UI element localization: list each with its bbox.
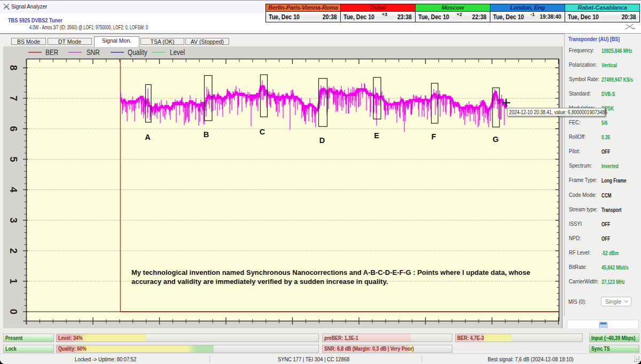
svg-text:F: F [432, 132, 436, 141]
svg-text:A: A [145, 133, 151, 141]
svg-text:D: D [319, 136, 325, 145]
svg-text:6: 6 [8, 126, 19, 131]
svg-text:3: 3 [8, 217, 19, 223]
svg-text:B: B [204, 130, 209, 139]
svg-text:8: 8 [8, 65, 19, 70]
svg-text:C: C [260, 128, 265, 136]
svg-text:7: 7 [8, 96, 19, 101]
svg-text:E: E [374, 131, 379, 140]
svg-text:1: 1 [8, 279, 19, 284]
svg-text:4: 4 [8, 187, 19, 193]
svg-text:5: 5 [8, 156, 19, 162]
svg-text:0: 0 [8, 309, 19, 314]
svg-text:2: 2 [8, 248, 19, 254]
svg-text:G: G [493, 135, 498, 144]
